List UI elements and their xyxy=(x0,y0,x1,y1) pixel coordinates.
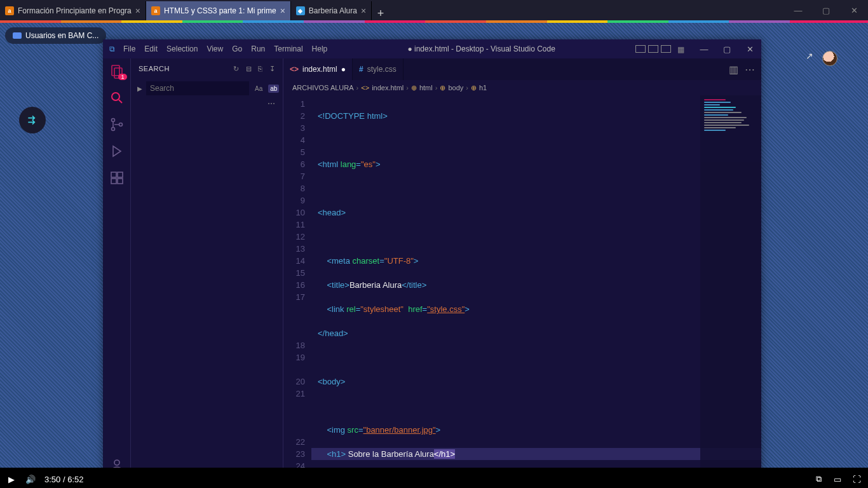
collapse-icon[interactable]: ↧ xyxy=(269,65,276,73)
menu-selection[interactable]: Selection xyxy=(166,44,198,53)
more-actions-icon[interactable]: ⋯ xyxy=(745,64,755,76)
browser-tab[interactable]: aHTML5 y CSS3 parte 1: Mi prime× xyxy=(146,1,291,20)
video-controls: ▶ 🔊 3:50 / 6:52 ⧉ ▭ ⛶ xyxy=(0,468,868,488)
vscode-close-button[interactable]: ✕ xyxy=(738,44,761,54)
new-file-icon[interactable]: ⎘ xyxy=(258,65,263,73)
editor-tabs: <>index.html● #style.css ▥⋯ xyxy=(283,58,761,80)
extensions-icon[interactable] xyxy=(109,170,125,186)
svg-rect-6 xyxy=(111,172,116,177)
css-file-icon: # xyxy=(359,65,363,74)
svg-point-3 xyxy=(111,119,114,122)
play-icon[interactable]: ▶ xyxy=(6,474,17,484)
editor-tab[interactable]: #style.css xyxy=(353,58,403,80)
close-icon[interactable]: × xyxy=(361,6,366,16)
element-icon: ⊕ xyxy=(440,84,445,92)
refresh-icon[interactable]: ↻ xyxy=(233,65,240,73)
vscode-titlebar: ⧉ File Edit Selection View Go Run Termin… xyxy=(103,39,761,58)
layout-controls[interactable]: ▦ xyxy=(635,45,693,53)
source-control-icon[interactable] xyxy=(109,117,125,132)
browser-tab[interactable]: ◆Barberia Alura× xyxy=(291,1,372,20)
wide-icon[interactable]: ▭ xyxy=(832,474,843,484)
vscode-maximize-button[interactable]: ▢ xyxy=(715,44,738,54)
menu-run[interactable]: Run xyxy=(251,44,265,53)
svg-rect-7 xyxy=(118,172,123,177)
menu-go[interactable]: Go xyxy=(232,44,242,53)
minimap[interactable] xyxy=(700,95,761,488)
avatar[interactable] xyxy=(822,51,837,66)
more-options-icon[interactable]: ⋯ xyxy=(131,98,283,109)
match-case-toggle[interactable]: Aa xyxy=(253,85,264,93)
step-next-button[interactable] xyxy=(19,107,46,133)
element-icon: ⊕ xyxy=(411,84,417,92)
menu-help[interactable]: Help xyxy=(312,44,328,53)
split-editor-icon[interactable]: ▥ xyxy=(729,64,738,76)
vscode-logo-icon: ⧉ xyxy=(103,44,121,53)
editor-tab[interactable]: <>index.html● xyxy=(283,58,353,80)
close-icon[interactable]: × xyxy=(280,6,285,16)
modified-indicator: ● xyxy=(341,65,346,74)
menu-edit[interactable]: Edit xyxy=(144,44,158,53)
close-button[interactable]: ✕ xyxy=(840,0,868,20)
browser-tab-strip: aFormación Principiante en Progra× aHTML… xyxy=(0,0,868,20)
maximize-button[interactable]: ▢ xyxy=(812,0,840,20)
svg-point-2 xyxy=(112,93,119,100)
share-icon[interactable]: ↗ xyxy=(806,51,813,61)
search-input[interactable] xyxy=(146,81,249,95)
svg-point-5 xyxy=(119,123,122,126)
close-icon[interactable]: × xyxy=(135,6,140,16)
volume-icon[interactable]: 🔊 xyxy=(25,474,36,484)
line-gutter: 1234567891011121314151617 1819 2021 2223… xyxy=(283,95,311,488)
svg-rect-8 xyxy=(111,179,116,184)
bookmark-item[interactable]: Usuarios en BAM C... xyxy=(5,27,106,44)
svg-rect-9 xyxy=(118,179,123,184)
clear-icon[interactable]: ⊟ xyxy=(246,65,252,73)
window-title: ● index.html - Desktop - Visual Studio C… xyxy=(327,44,635,53)
sidebar-search: SEARCH ↻ ⊟ ⎘ ↧ ▶ Aa ab ·* xyxy=(131,58,283,488)
explorer-icon[interactable]: 1 xyxy=(109,64,125,79)
menu-file[interactable]: File xyxy=(123,44,135,53)
svg-rect-0 xyxy=(112,65,119,76)
html-file-icon: <> xyxy=(290,65,299,74)
new-tab-button[interactable]: + xyxy=(372,7,390,20)
window-controls: — ▢ ✕ xyxy=(784,0,868,20)
menu-view[interactable]: View xyxy=(207,44,223,53)
code-editor[interactable]: <!DOCTYPE html> <html lang="es"> <head> … xyxy=(311,95,761,488)
pip-icon[interactable]: ⧉ xyxy=(813,474,824,484)
run-debug-icon[interactable] xyxy=(109,144,125,159)
svg-point-10 xyxy=(114,460,119,465)
fullscreen-icon[interactable]: ⛶ xyxy=(851,474,862,484)
search-icon[interactable] xyxy=(109,90,125,105)
activity-bar: 1 xyxy=(103,58,131,488)
sidebar-title: SEARCH xyxy=(139,65,170,72)
chevron-right-icon[interactable]: ▶ xyxy=(137,85,142,92)
svg-point-4 xyxy=(111,128,114,131)
browser-tab[interactable]: aFormación Principiante en Progra× xyxy=(0,1,146,20)
vscode-minimize-button[interactable]: — xyxy=(693,44,715,54)
element-icon: ⊕ xyxy=(471,84,477,92)
breadcrumb[interactable]: ARCHIVOS ALURA› <>index.html› ⊕html› ⊕bo… xyxy=(283,80,761,95)
menu-terminal[interactable]: Terminal xyxy=(274,44,302,53)
vscode-window: ⧉ File Edit Selection View Go Run Termin… xyxy=(103,39,761,488)
match-word-toggle[interactable]: ab xyxy=(268,85,279,93)
minimize-button[interactable]: — xyxy=(784,0,812,20)
video-time: 3:50 / 6:52 xyxy=(44,475,84,484)
html-file-icon: <> xyxy=(361,84,369,92)
